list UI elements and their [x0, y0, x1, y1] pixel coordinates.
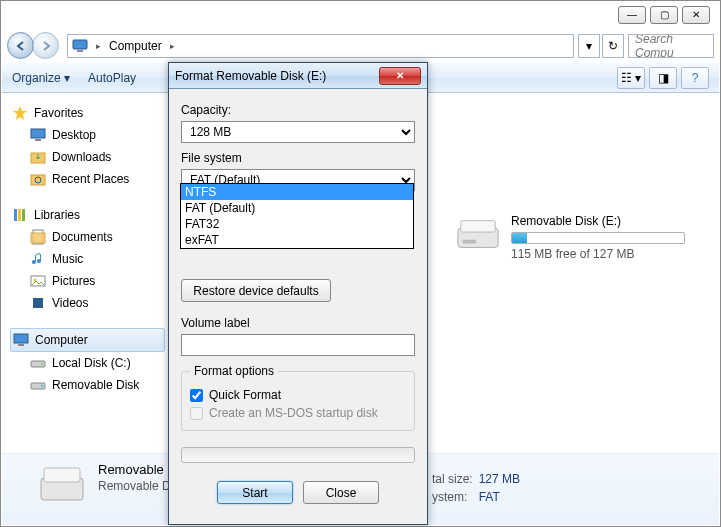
details-meta: tal size:127 MB ystem:FAT: [432, 472, 520, 504]
nav-item-local-disk[interactable]: Local Disk (C:): [10, 352, 165, 374]
format-dialog: Format Removable Disk (E:) Capacity: 128…: [168, 62, 428, 525]
svg-rect-17: [43, 298, 45, 308]
capacity-select[interactable]: 128 MB: [181, 121, 415, 143]
msdos-checkbox: [190, 407, 203, 420]
fs-option-fat32[interactable]: FAT32: [181, 216, 413, 232]
desktop-icon: [30, 127, 46, 143]
refresh-button[interactable]: ↻: [602, 34, 624, 58]
nav-item-downloads[interactable]: Downloads: [10, 146, 165, 168]
svg-rect-4: [35, 139, 41, 141]
address-right-buttons: ▾ ↻: [578, 34, 624, 58]
computer-icon: [13, 332, 29, 348]
svg-rect-9: [18, 209, 21, 221]
format-options-legend: Format options: [190, 364, 278, 378]
dialog-close-button[interactable]: [379, 67, 421, 85]
drive-icon: [455, 214, 501, 254]
storage-bar: [511, 232, 685, 244]
msdos-checkbox-row: Create an MS-DOS startup disk: [190, 404, 406, 422]
hdd-icon: [30, 355, 46, 371]
format-options-fieldset: Format options Quick Format Create an MS…: [181, 364, 415, 431]
nav-favorites-header[interactable]: Favorites: [10, 102, 165, 124]
nav-item-videos[interactable]: Videos: [10, 292, 165, 314]
breadcrumb[interactable]: ▸ Computer ▸: [67, 34, 574, 58]
svg-rect-19: [18, 344, 24, 346]
storage-fill: [512, 233, 527, 243]
close-button[interactable]: Close: [303, 481, 379, 504]
volume-label-input[interactable]: [181, 334, 415, 356]
fs-option-exfat[interactable]: exFAT: [181, 232, 413, 248]
nav-item-desktop[interactable]: Desktop: [10, 124, 165, 146]
help-button[interactable]: ?: [681, 67, 709, 89]
nav-libraries-header[interactable]: Libraries: [10, 204, 165, 226]
dialog-titlebar[interactable]: Format Removable Disk (E:): [169, 63, 427, 89]
libraries-icon: [12, 207, 28, 223]
svg-rect-18: [14, 334, 28, 343]
device-removable-disk[interactable]: Removable Disk (E:) 115 MB free of 127 M…: [455, 214, 685, 261]
fs-option-ntfs[interactable]: NTFS: [181, 184, 413, 200]
search-placeholder: Search Compu: [635, 34, 707, 58]
svg-rect-0: [73, 40, 87, 49]
address-bar-row: ▸ Computer ▸ ▾ ↻ Search Compu: [7, 33, 714, 59]
address-dropdown-button[interactable]: ▾: [578, 34, 600, 58]
maximize-button[interactable]: ▢: [650, 6, 678, 24]
filesystem-dropdown[interactable]: NTFS FAT (Default) FAT32 exFAT: [180, 183, 414, 249]
svg-rect-8: [14, 209, 17, 221]
restore-defaults-button[interactable]: Restore device defaults: [181, 279, 331, 302]
usb-icon: [30, 377, 46, 393]
nav-item-music[interactable]: Music: [10, 248, 165, 270]
close-window-button[interactable]: ✕: [682, 6, 710, 24]
preview-pane-button[interactable]: ◨: [649, 67, 677, 89]
quick-format-checkbox[interactable]: [190, 389, 203, 402]
organize-menu[interactable]: Organize ▾: [12, 71, 70, 85]
pictures-icon: [30, 273, 46, 289]
chevron-right-icon: ▸: [92, 41, 105, 51]
quick-format-checkbox-row[interactable]: Quick Format: [190, 386, 406, 404]
svg-rect-16: [31, 298, 33, 308]
dialog-title: Format Removable Disk (E:): [175, 69, 326, 83]
drive-icon-large: [38, 462, 86, 506]
window-controls: — ▢ ✕: [618, 6, 710, 24]
downloads-icon: [30, 149, 46, 165]
forward-button[interactable]: [32, 32, 59, 59]
start-button[interactable]: Start: [217, 481, 293, 504]
svg-rect-10: [22, 209, 25, 221]
back-button[interactable]: [7, 32, 34, 59]
documents-icon: [30, 229, 46, 245]
svg-point-21: [41, 363, 43, 365]
music-icon: [30, 251, 46, 267]
view-options-button[interactable]: ☷ ▾: [617, 67, 645, 89]
fs-option-fat-default[interactable]: FAT (Default): [181, 200, 413, 216]
videos-icon: [30, 295, 46, 311]
nav-item-recent[interactable]: Recent Places: [10, 168, 165, 190]
svg-rect-15: [31, 298, 45, 308]
format-progress-bar: [181, 447, 415, 463]
volume-label-label: Volume label: [181, 316, 415, 330]
star-icon: [12, 105, 28, 121]
svg-rect-1: [77, 50, 83, 52]
capacity-label: Capacity:: [181, 103, 415, 117]
recent-icon: [30, 171, 46, 187]
svg-marker-2: [13, 106, 27, 120]
svg-rect-25: [461, 221, 496, 233]
nav-buttons: [7, 32, 63, 60]
nav-item-documents[interactable]: Documents: [10, 226, 165, 248]
storage-free-text: 115 MB free of 127 MB: [511, 247, 685, 261]
breadcrumb-root[interactable]: Computer: [109, 39, 162, 53]
svg-rect-26: [463, 240, 476, 244]
svg-point-23: [41, 385, 43, 387]
autoplay-button[interactable]: AutoPlay: [88, 71, 136, 85]
minimize-button[interactable]: —: [618, 6, 646, 24]
svg-rect-12: [31, 233, 45, 243]
svg-rect-3: [31, 129, 45, 138]
chevron-right-icon: ▸: [166, 41, 179, 51]
search-input[interactable]: Search Compu: [628, 34, 714, 58]
nav-computer-header[interactable]: Computer: [10, 328, 165, 352]
nav-item-removable-disk[interactable]: Removable Disk: [10, 374, 165, 396]
svg-rect-28: [44, 468, 80, 482]
nav-item-pictures[interactable]: Pictures: [10, 270, 165, 292]
computer-icon: [72, 38, 88, 54]
device-name: Removable Disk (E:): [511, 214, 685, 228]
filesystem-label: File system: [181, 151, 415, 165]
